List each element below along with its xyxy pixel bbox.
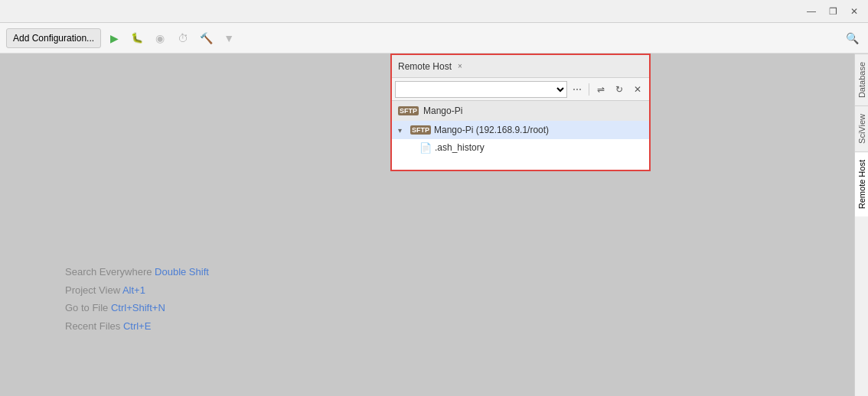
debug-icon: 🐛 bbox=[131, 32, 143, 44]
more-options-icon: ⋯ bbox=[573, 84, 582, 95]
sidebar-tab-database[interactable]: Database bbox=[855, 54, 868, 105]
build-icon: 🔨 bbox=[200, 32, 213, 44]
add-configuration-button[interactable]: Add Configuration... bbox=[6, 28, 101, 48]
build-menu-button[interactable]: ▼ bbox=[219, 28, 239, 48]
remote-host-tab[interactable]: Remote Host × bbox=[398, 61, 465, 72]
refresh-button[interactable]: ↻ bbox=[611, 81, 628, 98]
run-icon: ▶ bbox=[110, 32, 119, 44]
sidebar-tab-sciview[interactable]: SciView bbox=[855, 105, 868, 151]
sftp-icon: SFTP bbox=[398, 106, 419, 115]
shortcut-hints: Search Everywhere Double Shift Project V… bbox=[65, 263, 209, 335]
search-everywhere-button[interactable]: 🔍 bbox=[842, 28, 862, 48]
filter-icon: ⇌ bbox=[597, 84, 605, 95]
main-content-area: Search Everywhere Double Shift Project V… bbox=[0, 54, 854, 396]
connection-header[interactable]: SFTP Mango-Pi bbox=[392, 101, 649, 121]
run-button[interactable]: ▶ bbox=[104, 28, 124, 48]
sciview-tab-label: SciView bbox=[857, 114, 866, 144]
file-name: .ash_history bbox=[435, 142, 485, 153]
remote-host-panel: Remote Host × ⋯ ⇌ ↻ ✕ bbox=[390, 54, 651, 171]
panel-title: Remote Host bbox=[398, 61, 452, 72]
connection-name: Mango-Pi bbox=[423, 105, 462, 116]
shortcut-goto-file: Go to File Ctrl+Shift+N bbox=[65, 299, 209, 316]
panel-close-button[interactable]: × bbox=[455, 61, 465, 72]
more-options-button[interactable]: ⋯ bbox=[569, 81, 586, 98]
coverage-button[interactable]: ◉ bbox=[150, 28, 170, 48]
minimize-button[interactable]: — bbox=[801, 2, 822, 21]
build-button[interactable]: 🔨 bbox=[196, 28, 216, 48]
right-sidebar: Database SciView Remote Host bbox=[854, 54, 868, 396]
database-tab-label: Database bbox=[857, 62, 866, 98]
shortcut-project: Project View Alt+1 bbox=[65, 281, 209, 299]
restore-button[interactable]: ❐ bbox=[822, 2, 844, 21]
search-icon: 🔍 bbox=[846, 32, 859, 44]
filter-button[interactable]: ⇌ bbox=[592, 81, 609, 98]
file-type-icon: 📄 bbox=[419, 142, 432, 154]
disconnect-button[interactable]: ✕ bbox=[629, 81, 646, 98]
refresh-icon: ↻ bbox=[615, 84, 623, 95]
close-button[interactable]: ✕ bbox=[844, 2, 865, 21]
build-menu-icon: ▼ bbox=[224, 32, 234, 44]
expand-icon: ▾ bbox=[398, 126, 407, 135]
disconnect-icon: ✕ bbox=[634, 84, 641, 95]
path-selector[interactable] bbox=[395, 81, 567, 98]
file-item-ash-history[interactable]: 📄 .ash_history bbox=[392, 139, 649, 156]
panel-toolbar: ⋯ ⇌ ↻ ✕ bbox=[392, 78, 649, 101]
sidebar-tab-remote-host[interactable]: Remote Host bbox=[855, 151, 868, 216]
shortcut-search: Search Everywhere Double Shift bbox=[65, 263, 209, 281]
shortcut-recent-files: Recent Files Ctrl+E bbox=[65, 317, 209, 335]
title-bar: — ❐ ✕ bbox=[0, 0, 868, 23]
connection-sftp-icon: SFTP bbox=[410, 125, 431, 135]
main-toolbar: Add Configuration... ▶ 🐛 ◉ ⏱ 🔨 ▼ 🔍 bbox=[0, 23, 868, 54]
remote-host-tab-label: Remote Host bbox=[857, 160, 866, 209]
coverage-icon: ◉ bbox=[155, 32, 165, 44]
add-configuration-label: Add Configuration... bbox=[13, 33, 94, 44]
panel-tab-bar: Remote Host × bbox=[392, 55, 649, 78]
profile-button[interactable]: ⏱ bbox=[173, 28, 193, 48]
debug-button[interactable]: 🐛 bbox=[127, 28, 147, 48]
toolbar-separator bbox=[589, 83, 589, 96]
connection-full-label: Mango-Pi (192.168.9.1/root) bbox=[434, 125, 549, 135]
panel-file-tree: SFTP Mango-Pi ▾ SFTP Mango-Pi (192.168.9… bbox=[392, 101, 649, 170]
profile-icon: ⏱ bbox=[178, 32, 188, 44]
connection-tree-item[interactable]: ▾ SFTP Mango-Pi (192.168.9.1/root) bbox=[392, 121, 649, 139]
